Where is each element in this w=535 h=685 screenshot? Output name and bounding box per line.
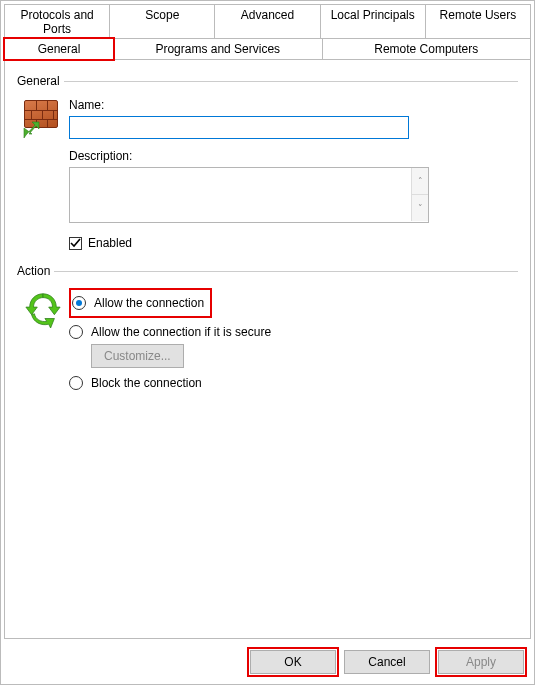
name-input[interactable] xyxy=(69,116,409,139)
radio-block-connection-button[interactable] xyxy=(69,376,83,390)
description-input[interactable] xyxy=(69,167,429,223)
tab-strip: Protocols and Ports Scope Advanced Local… xyxy=(4,4,531,60)
radio-allow-if-secure[interactable]: Allow the connection if it is secure xyxy=(69,325,512,339)
radio-allow-connection-button[interactable] xyxy=(72,296,86,310)
firewall-icon xyxy=(24,100,62,138)
dialog-button-bar: OK Cancel Apply xyxy=(250,650,524,674)
enabled-label: Enabled xyxy=(88,236,132,250)
tab-programs-and-services[interactable]: Programs and Services xyxy=(114,38,323,60)
group-general: General Name: Description: xyxy=(17,74,518,250)
radio-block-connection-label: Block the connection xyxy=(91,376,202,390)
tab-local-principals[interactable]: Local Principals xyxy=(321,4,426,39)
radio-block-connection[interactable]: Block the connection xyxy=(69,376,512,390)
customize-button: Customize... xyxy=(91,344,184,368)
tab-remote-users[interactable]: Remote Users xyxy=(426,4,531,39)
enabled-checkbox[interactable] xyxy=(69,237,82,250)
name-label: Name: xyxy=(69,98,512,112)
radio-allow-connection[interactable]: Allow the connection xyxy=(72,296,204,310)
enabled-checkbox-row[interactable]: Enabled xyxy=(69,236,512,250)
tab-remote-computers[interactable]: Remote Computers xyxy=(323,38,532,60)
tab-general[interactable]: General xyxy=(4,38,114,60)
tab-content-general: General Name: Description: xyxy=(4,59,531,639)
checkmark-icon xyxy=(70,238,81,249)
tab-scope[interactable]: Scope xyxy=(110,4,215,39)
svg-marker-0 xyxy=(24,122,39,138)
tab-advanced[interactable]: Advanced xyxy=(215,4,320,39)
spinner-up-icon[interactable]: ˄ xyxy=(411,168,428,194)
recycle-arrows-icon xyxy=(24,290,62,331)
tab-row-bottom: General Programs and Services Remote Com… xyxy=(4,38,531,60)
tab-protocols-and-ports[interactable]: Protocols and Ports xyxy=(4,4,110,39)
cancel-button[interactable]: Cancel xyxy=(344,650,430,674)
radio-allow-if-secure-button[interactable] xyxy=(69,325,83,339)
firewall-rule-properties-dialog: Protocols and Ports Scope Advanced Local… xyxy=(0,0,535,685)
description-label: Description: xyxy=(69,149,512,163)
spinner-down-icon[interactable]: ˅ xyxy=(411,194,428,221)
apply-button[interactable]: Apply xyxy=(438,650,524,674)
radio-allow-connection-label: Allow the connection xyxy=(94,296,204,310)
description-spinner: ˄ ˅ xyxy=(411,168,428,221)
ok-button[interactable]: OK xyxy=(250,650,336,674)
group-action: Action Allow the con xyxy=(17,264,518,395)
radio-allow-if-secure-label: Allow the connection if it is secure xyxy=(91,325,271,339)
highlight-allow-connection: Allow the connection xyxy=(69,288,212,318)
group-general-legend: General xyxy=(17,74,64,88)
group-action-legend: Action xyxy=(17,264,54,278)
tab-row-top: Protocols and Ports Scope Advanced Local… xyxy=(4,4,531,39)
